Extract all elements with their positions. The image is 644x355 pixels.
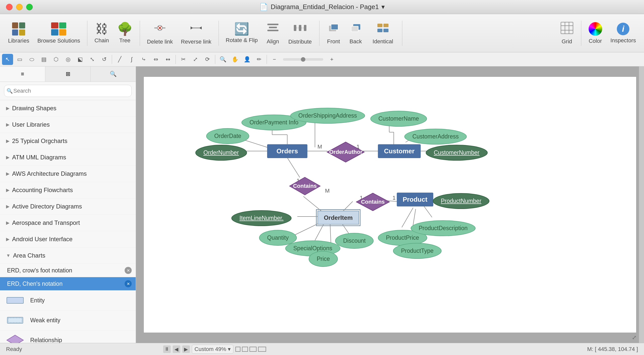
zoom-in-btn[interactable]: + xyxy=(326,54,337,65)
canvas-scrollbar[interactable] xyxy=(639,66,644,343)
attr-customername[interactable]: CustomerName xyxy=(370,111,427,127)
attr-orderdate[interactable]: OrderDate xyxy=(206,128,249,144)
user-tool[interactable]: 👤 xyxy=(241,54,253,65)
sidebar-item-accounting[interactable]: ▶ Accounting Flowcharts xyxy=(0,182,136,198)
sidebar-item-label: ATM UML Diagrams xyxy=(12,154,66,161)
attr-ordernumber[interactable]: OrderNumber xyxy=(195,145,247,161)
shape-tool-5[interactable]: ↺ xyxy=(99,54,110,65)
shape-tool-3[interactable]: ⬕ xyxy=(75,54,86,65)
canvas-area[interactable]: M 1 1 M 1 1 Orders Customer xyxy=(136,66,644,343)
sidebar-tab-grid[interactable]: ⊞ xyxy=(45,66,91,82)
identical-button[interactable]: Identical xyxy=(368,18,398,48)
attr-ordershippingaddress[interactable]: OrderShippingAddress xyxy=(290,108,365,124)
front-button[interactable]: Front xyxy=(324,18,344,48)
lib-item-crows-foot[interactable]: ERD, crow's foot notation ✕ xyxy=(0,264,136,277)
lib-close-btn[interactable]: ✕ xyxy=(125,267,132,274)
entity-product[interactable]: Product xyxy=(397,193,433,206)
shape-item-weak-entity[interactable]: Weak entity xyxy=(0,310,136,330)
attr-producttype[interactable]: ProductType xyxy=(393,243,442,259)
sidebar-item-atm-uml[interactable]: ▶ ATM UML Diagrams xyxy=(0,149,136,166)
rotate-tool[interactable]: ⟳ xyxy=(202,54,213,65)
text-tool[interactable]: ▤ xyxy=(38,54,49,65)
distribute-button[interactable]: Distribute xyxy=(285,18,315,48)
arrow-tool-2[interactable]: ↭ xyxy=(162,54,173,65)
browse-solutions-button[interactable]: Browse Solutions xyxy=(34,18,83,48)
attr-productnumber[interactable]: ProductNumber xyxy=(433,193,489,209)
attr-itemlinenumber[interactable]: ItemLineNumber. xyxy=(231,210,292,226)
draw-tool[interactable]: ✏ xyxy=(254,54,265,65)
shape-item-relationship[interactable]: Relationship xyxy=(0,330,136,343)
attr-customeraddress[interactable]: CustomerAddress xyxy=(404,129,467,145)
relationship-contains-2[interactable]: Contains xyxy=(355,192,390,212)
ellipse-tool[interactable]: ⬭ xyxy=(26,54,37,65)
attr-price[interactable]: Price xyxy=(309,251,338,267)
rotate-flip-button[interactable]: 🔄 Rotate & Flip xyxy=(223,18,261,48)
size-option-1[interactable] xyxy=(235,347,240,352)
expand-icon[interactable]: ⤢ xyxy=(632,334,636,341)
shape-tool-2[interactable]: ◎ xyxy=(62,54,74,65)
sidebar-item-area-charts[interactable]: ▼ Area Charts xyxy=(0,247,136,264)
select-tool[interactable]: ↖ xyxy=(2,54,13,65)
lib-item-chen[interactable]: ERD, Chen's notation ✕ xyxy=(0,277,136,291)
line-tool[interactable]: ╱ xyxy=(114,54,125,65)
align-button[interactable]: Align xyxy=(263,18,283,48)
dropdown-arrow[interactable]: ▾ xyxy=(381,3,385,11)
attr-customernumber[interactable]: CustomerNumber xyxy=(426,145,488,161)
prev-page-btn[interactable]: ◀ xyxy=(173,345,180,353)
entity-orderitem[interactable]: OrderItem xyxy=(317,211,359,225)
sidebar-item-active-directory[interactable]: ▶ Active Directory Diagrams xyxy=(0,198,136,215)
sidebar-tab-list[interactable]: ≡ xyxy=(0,66,45,82)
sidebar-item-android-ui[interactable]: ▶ Android User Interface xyxy=(0,231,136,247)
diagram-canvas[interactable]: M 1 1 M 1 1 Orders Customer xyxy=(144,77,636,333)
sidebar-item-user-libraries[interactable]: ▶ User Libraries xyxy=(0,117,136,133)
sidebar-item-aerospace[interactable]: ▶ Aerospace and Transport xyxy=(0,215,136,231)
separator-6 xyxy=(581,21,581,46)
back-button[interactable]: Back xyxy=(346,18,366,48)
color-button[interactable]: Color xyxy=(585,18,605,48)
next-page-btn[interactable]: ▶ xyxy=(182,345,190,353)
svg-rect-27 xyxy=(561,22,573,34)
zoom-select[interactable]: Custom 49% ▾ xyxy=(192,345,233,354)
chain-button[interactable]: ⛓ Chain xyxy=(91,18,112,48)
delete-link-button[interactable]: Delete link xyxy=(144,18,176,48)
expand-icon: ▶ xyxy=(6,220,10,226)
resize-tool[interactable]: ⤢ xyxy=(190,54,201,65)
attr-productdescription[interactable]: ProductDescription xyxy=(411,220,476,236)
search-input[interactable] xyxy=(4,85,132,97)
shape-item-entity[interactable]: Entity xyxy=(0,291,136,310)
entity-orders[interactable]: Orders xyxy=(267,144,307,158)
rect-tool[interactable]: ▭ xyxy=(14,54,25,65)
zoom-out-btn[interactable]: − xyxy=(269,54,280,65)
relationship-contains-1[interactable]: Contains xyxy=(289,176,321,196)
attr-discount[interactable]: Discount xyxy=(335,233,374,249)
pause-btn[interactable]: ⏸ xyxy=(163,345,171,353)
sidebar-tab-search[interactable]: 🔍 xyxy=(91,66,136,82)
grid-button[interactable]: Grid xyxy=(557,18,577,48)
shape-tool-1[interactable]: ⬡ xyxy=(50,54,61,65)
tree-button[interactable]: 🌳 Tree xyxy=(114,18,136,48)
cut-tool[interactable]: ✂ xyxy=(178,54,189,65)
arrow-tool-1[interactable]: ⇔ xyxy=(150,54,161,65)
relationship-orderauthor[interactable]: OrderAuthor xyxy=(326,141,365,163)
close-button[interactable] xyxy=(6,4,13,10)
libraries-button[interactable]: Libraries xyxy=(5,18,32,48)
curve-tool[interactable]: ∫ xyxy=(126,54,137,65)
size-option-2[interactable] xyxy=(242,347,248,352)
connector-tool[interactable]: ⤷ xyxy=(138,54,149,65)
zoom-out-toolbar[interactable]: 🔍 xyxy=(217,54,228,65)
size-option-4[interactable] xyxy=(258,347,266,352)
status-zoom-area: ⏸ ◀ ▶ Custom 49% ▾ xyxy=(163,345,266,354)
pan-tool[interactable]: ✋ xyxy=(229,54,240,65)
entity-customer[interactable]: Customer xyxy=(378,144,421,158)
inspectors-button[interactable]: i Inspectors xyxy=(607,18,639,48)
minimize-button[interactable] xyxy=(16,4,23,10)
lib-close-btn-active[interactable]: ✕ xyxy=(125,280,132,287)
shape-tool-4[interactable]: ⤡ xyxy=(87,54,98,65)
zoom-slider[interactable] xyxy=(283,58,323,61)
sidebar-item-orgcharts[interactable]: ▶ 25 Typical Orgcharts xyxy=(0,133,136,149)
sidebar-item-drawing-shapes[interactable]: ▶ Drawing Shapes xyxy=(0,100,136,117)
maximize-button[interactable] xyxy=(26,4,33,10)
reverse-link-button[interactable]: Reverse link xyxy=(178,18,214,48)
sidebar-item-aws[interactable]: ▶ AWS Architecture Diagrams xyxy=(0,166,136,182)
size-option-3[interactable] xyxy=(249,347,257,352)
